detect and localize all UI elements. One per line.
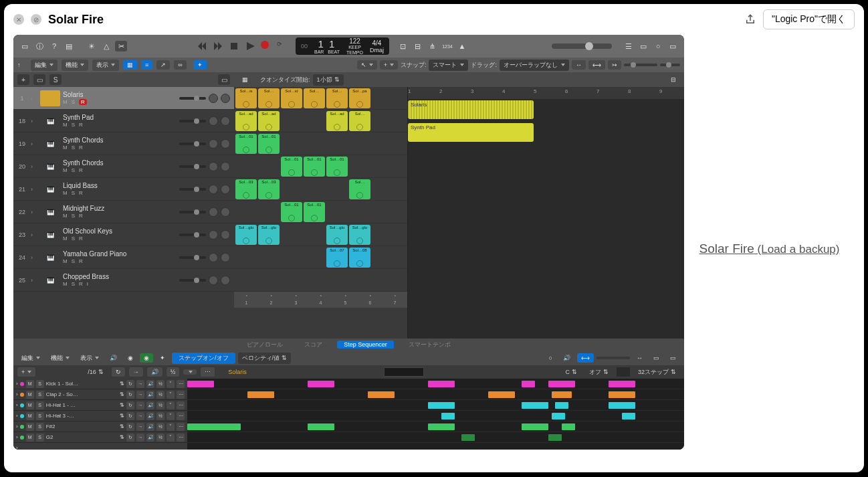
- empty-cell[interactable]: [326, 270, 348, 290]
- chevron-right-icon[interactable]: ›: [31, 118, 37, 124]
- sequencer-step[interactable]: [522, 423, 548, 430]
- empty-cell[interactable]: [349, 157, 370, 176]
- open-in-app-button[interactable]: "Logic Pro"で開く: [763, 9, 855, 29]
- live-loop-cell[interactable]: Sol…03: [258, 179, 280, 199]
- vzoom-slider[interactable]: [660, 64, 680, 66]
- grid-view-icon[interactable]: ▦: [123, 60, 137, 70]
- empty-cell[interactable]: [304, 179, 325, 199]
- track-instrument-icon[interactable]: 🎹: [40, 159, 60, 175]
- tab-step-sequencer[interactable]: Step Sequencer: [337, 341, 394, 349]
- secondary-tool-icon[interactable]: +: [380, 60, 398, 70]
- chevron-right-icon[interactable]: ›: [31, 231, 37, 238]
- seq-midi-in-icon[interactable]: ◉: [124, 353, 137, 363]
- live-loop-cell[interactable]: Sol…03: [235, 179, 257, 199]
- seq-more-icon[interactable]: ⋯: [201, 367, 215, 377]
- track-r-button[interactable]: R: [79, 190, 83, 196]
- track-row[interactable]: 18 › 🎹 Synth Pad MSR: [13, 110, 234, 132]
- close-window-button[interactable]: ✕: [13, 14, 24, 25]
- sequencer-step[interactable]: [461, 434, 475, 441]
- duplicate-track-icon[interactable]: ▭: [33, 74, 45, 85]
- track-s-button[interactable]: S: [72, 258, 75, 264]
- sequencer-step[interactable]: [548, 434, 562, 441]
- seq-fit-icon[interactable]: ↔: [633, 353, 647, 363]
- sequencer-step[interactable]: [187, 423, 241, 430]
- track-row[interactable]: 25 › 🎹 Chopped Brass MSRI: [13, 269, 234, 292]
- seq-view-menu[interactable]: 表示: [76, 353, 103, 364]
- tuner-icon[interactable]: ⋔: [427, 41, 439, 52]
- step-onoff-button[interactable]: ステップオン/オフ: [172, 353, 235, 364]
- pattern-overview[interactable]: [384, 367, 424, 377]
- send-knob[interactable]: [221, 207, 230, 217]
- tab-piano-roll[interactable]: ピアノロール: [240, 340, 290, 350]
- volume-slider[interactable]: [179, 188, 206, 191]
- pan-knob[interactable]: [209, 185, 218, 194]
- track-instrument-icon[interactable]: 🎹: [40, 227, 60, 243]
- empty-cell[interactable]: [326, 202, 348, 221]
- sequencer-step[interactable]: [428, 423, 455, 430]
- timeline-area[interactable]: 123456789 SolarisSynth Pad: [408, 87, 684, 339]
- send-knob[interactable]: [221, 276, 230, 285]
- live-loop-cell[interactable]: Sol…glo: [258, 225, 280, 245]
- scene-trigger[interactable]: ˄6: [369, 295, 372, 305]
- track-s-button[interactable]: S: [72, 145, 75, 151]
- track-s-button[interactable]: S: [72, 213, 75, 219]
- pan-knob[interactable]: [209, 116, 218, 126]
- empty-cell[interactable]: [235, 248, 257, 267]
- track-r-button[interactable]: R: [79, 281, 83, 287]
- seq-gate-icon[interactable]: [183, 369, 197, 375]
- stop-icon[interactable]: [229, 41, 239, 52]
- help-icon[interactable]: ?: [48, 41, 60, 52]
- volume-slider[interactable]: [179, 211, 206, 213]
- empty-cell[interactable]: [235, 202, 257, 221]
- seq-expand-row[interactable]: ›: [13, 443, 187, 450]
- seq-tool-icon[interactable]: ✦: [156, 353, 169, 363]
- seq-rate-icon[interactable]: ½: [167, 367, 180, 377]
- seq-functions-menu[interactable]: 機能: [47, 353, 74, 364]
- empty-cell[interactable]: [235, 157, 257, 176]
- rewind-icon[interactable]: [197, 41, 207, 52]
- seq-mono-icon[interactable]: ○: [545, 353, 556, 363]
- empty-cell[interactable]: [281, 270, 302, 290]
- volume-slider[interactable]: [179, 256, 206, 259]
- pointer-tool-icon[interactable]: ↖: [357, 60, 377, 70]
- sequencer-step[interactable]: [552, 413, 565, 419]
- live-loop-cell[interactable]: Sol…glo: [326, 225, 348, 245]
- browser-icon[interactable]: ▭: [667, 41, 679, 52]
- scene-trigger[interactable]: ˄3: [295, 295, 298, 305]
- volume-slider[interactable]: [179, 142, 206, 145]
- automation-icon[interactable]: ✦: [193, 60, 207, 70]
- scene-trigger[interactable]: ˄7: [394, 295, 397, 305]
- snap-dropdown[interactable]: スマート: [429, 60, 468, 71]
- pan-knob[interactable]: [209, 139, 218, 149]
- track-s-button[interactable]: S: [72, 190, 75, 196]
- arrow-up-icon[interactable]: ↑: [17, 62, 27, 68]
- volume-slider[interactable]: [179, 120, 206, 122]
- trim-icon[interactable]: ⟷: [588, 60, 605, 70]
- track-r-button[interactable]: R: [79, 258, 83, 264]
- empty-cell[interactable]: [281, 134, 302, 153]
- sequencer-step[interactable]: [548, 381, 575, 387]
- pan-knob[interactable]: [209, 230, 218, 240]
- empty-cell[interactable]: [304, 134, 325, 153]
- live-loop-cell[interactable]: Sol…01: [235, 134, 257, 154]
- sequencer-step[interactable]: [441, 413, 455, 419]
- seq-loop-icon[interactable]: ↻: [112, 367, 125, 377]
- empty-cell[interactable]: [258, 270, 280, 290]
- seq-add-button[interactable]: +: [17, 367, 35, 377]
- count-in-display[interactable]: 1234: [441, 41, 453, 52]
- ruler[interactable]: 123456789: [408, 87, 684, 99]
- track-row[interactable]: 21 › 🎹 Liquid Bass MSR: [13, 178, 234, 201]
- empty-cell[interactable]: [258, 157, 280, 176]
- empty-cell[interactable]: [258, 202, 280, 221]
- record-icon[interactable]: [261, 41, 272, 52]
- quantize-dropdown[interactable]: 1小節 ⇅: [313, 74, 344, 86]
- cycle-icon[interactable]: ⟳: [277, 41, 288, 52]
- forward-icon[interactable]: [213, 41, 223, 52]
- chevron-right-icon[interactable]: ›: [31, 209, 37, 215]
- flex-icon[interactable]: ↗: [156, 60, 170, 70]
- track-m-button[interactable]: M: [63, 235, 68, 242]
- empty-cell[interactable]: [326, 134, 348, 153]
- seq-panel2-icon[interactable]: ▭: [666, 353, 680, 363]
- list-view-icon[interactable]: ≡: [141, 60, 152, 70]
- metronome-icon[interactable]: △: [100, 41, 112, 52]
